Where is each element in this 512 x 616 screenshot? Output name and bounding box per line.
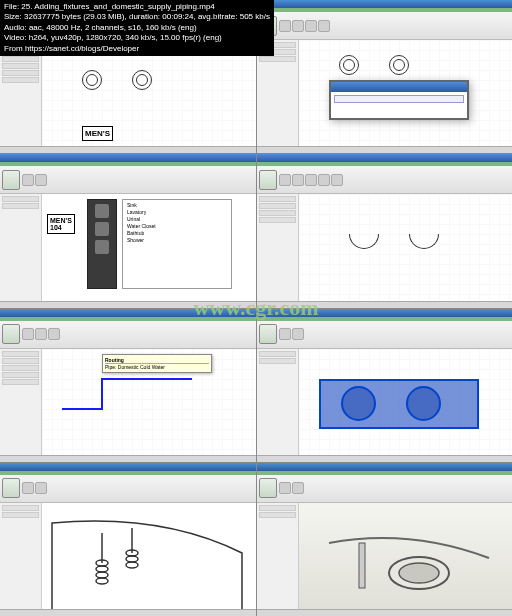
tool-button[interactable] [22, 174, 34, 186]
tool-button[interactable] [35, 174, 47, 186]
panel-row[interactable] [2, 351, 39, 357]
place-icon[interactable] [95, 240, 109, 254]
panel-row[interactable] [259, 217, 296, 223]
sink-fixture[interactable] [409, 234, 439, 249]
counter-edge[interactable] [329, 538, 489, 558]
ribbon-toolbar [0, 475, 256, 503]
tool-button[interactable] [22, 482, 34, 494]
title-bar [0, 154, 256, 162]
3d-canvas[interactable] [299, 503, 513, 609]
text-field[interactable] [334, 95, 464, 103]
app-button[interactable] [2, 478, 20, 498]
list-item[interactable]: Shower [125, 237, 229, 243]
tool-button[interactable] [279, 20, 291, 32]
tool-button[interactable] [331, 174, 343, 186]
3d-canvas[interactable] [42, 503, 256, 609]
coil[interactable] [96, 572, 108, 578]
panel-row[interactable] [2, 505, 39, 511]
panel-row[interactable] [259, 210, 296, 216]
panel-row[interactable] [259, 56, 296, 62]
urinal-fixture[interactable] [132, 70, 152, 90]
tool-button[interactable] [292, 20, 304, 32]
tool-button[interactable] [318, 174, 330, 186]
dialog-titlebar[interactable] [331, 82, 467, 92]
panel-row[interactable] [2, 365, 39, 371]
panel-row[interactable] [2, 77, 39, 83]
tool-button[interactable] [279, 174, 291, 186]
list-item[interactable]: Water Closet [125, 223, 229, 229]
place-icon[interactable] [95, 204, 109, 218]
urinal-fixture[interactable] [82, 70, 102, 90]
panel-row[interactable] [259, 505, 296, 511]
drawing-canvas[interactable] [299, 40, 513, 146]
pane-2 [257, 0, 513, 153]
coil[interactable] [126, 562, 138, 568]
tool-button[interactable] [292, 174, 304, 186]
selected-fixture[interactable] [341, 386, 376, 421]
panel-row[interactable] [2, 372, 39, 378]
list-item[interactable]: Urinal [125, 216, 229, 222]
app-button[interactable] [259, 324, 277, 344]
tool-button[interactable] [292, 328, 304, 340]
panel-row[interactable] [2, 63, 39, 69]
panel-row[interactable] [2, 70, 39, 76]
app-button[interactable] [259, 478, 277, 498]
panel-row[interactable] [259, 351, 296, 357]
places-panel[interactable] [87, 199, 117, 289]
pipe-vertical[interactable] [359, 543, 365, 588]
panel-row[interactable] [2, 512, 39, 518]
tool-button[interactable] [305, 20, 317, 32]
tool-button[interactable] [35, 482, 47, 494]
basin-edge[interactable] [52, 521, 242, 609]
coil[interactable] [126, 556, 138, 562]
panel-row[interactable] [2, 203, 39, 209]
tool-button[interactable] [305, 174, 317, 186]
tool-button[interactable] [318, 20, 330, 32]
ribbon-toolbar [257, 12, 513, 40]
properties-panel [0, 503, 42, 609]
list-item[interactable]: Sink [125, 202, 229, 208]
tool-button[interactable] [279, 482, 291, 494]
meta-from: From https://sanet.cd/blogs/Developer [4, 44, 270, 54]
templates-dialog[interactable] [329, 80, 469, 120]
drawing-canvas[interactable]: Routing Pipe: Domestic Cold Water [42, 349, 256, 455]
panel-row[interactable] [2, 358, 39, 364]
panel-row[interactable] [259, 512, 296, 518]
drawing-canvas[interactable]: MEN'S 104 Sink Lavatory Urinal Water Clo… [42, 194, 256, 300]
properties-panel [257, 194, 299, 300]
tool-button[interactable] [279, 328, 291, 340]
coil[interactable] [96, 566, 108, 572]
panel-row[interactable] [2, 196, 39, 202]
panel-row[interactable] [259, 196, 296, 202]
panel-row[interactable] [259, 358, 296, 364]
file-list[interactable]: Sink Lavatory Urinal Water Closet Bathtu… [122, 199, 232, 289]
status-bar [0, 609, 256, 616]
status-bar [257, 609, 513, 616]
basin-bowl[interactable] [399, 563, 439, 583]
panel-row[interactable] [2, 56, 39, 62]
content [257, 194, 513, 300]
list-item[interactable]: Bathtub [125, 230, 229, 236]
coil[interactable] [96, 578, 108, 584]
drawing-canvas[interactable] [299, 194, 513, 300]
app-button[interactable] [259, 170, 277, 190]
pipe-line[interactable] [62, 379, 192, 409]
tool-button[interactable] [48, 328, 60, 340]
sink-fixture[interactable] [349, 234, 379, 249]
meta-file: File: 25. Adding_fixtures_and_domestic_s… [4, 2, 270, 12]
place-icon[interactable] [95, 222, 109, 236]
urinal-fixture[interactable] [389, 55, 409, 75]
tool-button[interactable] [35, 328, 47, 340]
selected-fixture[interactable] [406, 386, 441, 421]
urinal-fixture[interactable] [339, 55, 359, 75]
panel-row[interactable] [259, 203, 296, 209]
app-button[interactable] [2, 324, 20, 344]
app-button[interactable] [2, 170, 20, 190]
selection-region[interactable] [319, 379, 479, 429]
panel-row[interactable] [2, 379, 39, 385]
tool-button[interactable] [22, 328, 34, 340]
title-bar [257, 0, 513, 8]
drawing-canvas[interactable] [299, 349, 513, 455]
list-item[interactable]: Lavatory [125, 209, 229, 215]
tool-button[interactable] [292, 482, 304, 494]
